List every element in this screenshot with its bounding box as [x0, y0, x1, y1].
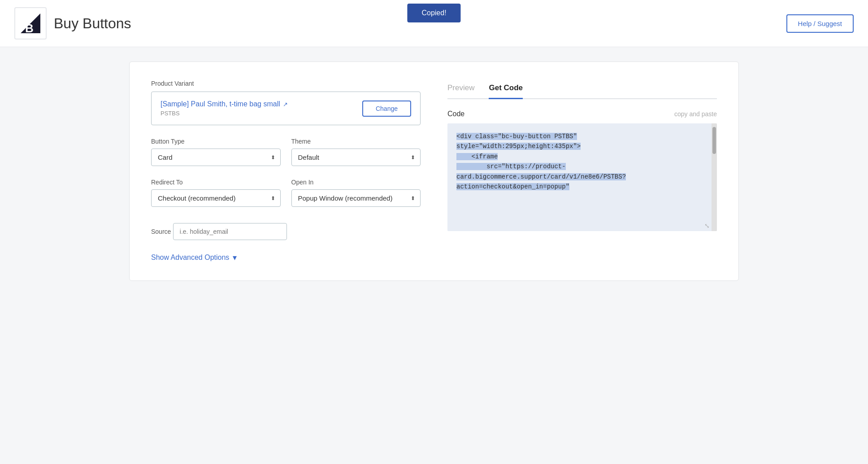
product-variant-label: Product Variant [151, 80, 421, 87]
open-in-group: Open In Popup Window (recommended) Same … [291, 179, 421, 207]
source-section: Source [151, 219, 421, 240]
theme-select[interactable]: Default Light Dark [291, 149, 421, 166]
app-title: Buy Buttons [54, 15, 131, 32]
code-section-header: Code copy and paste [447, 110, 717, 118]
logo-icon: B [19, 12, 42, 35]
button-type-group: Button Type Card Button Link ⬍ [151, 138, 281, 166]
theme-group: Theme Default Light Dark ⬍ [291, 138, 421, 166]
open-in-label: Open In [291, 179, 421, 186]
help-suggest-button[interactable]: Help / Suggest [786, 14, 854, 33]
resize-handle-icon[interactable]: ⤡ [704, 222, 710, 229]
scrollbar-track[interactable] [712, 123, 717, 231]
source-input[interactable] [173, 223, 287, 240]
redirect-to-select-wrapper: Checkout (recommended) Cart Product Page… [151, 189, 281, 207]
header-left: B Buy Buttons [14, 7, 131, 39]
product-sku: PSTBS [161, 110, 288, 117]
button-type-select[interactable]: Card Button Link [151, 149, 281, 166]
two-col-layout: Product Variant [Sample] Paul Smith, t-t… [151, 80, 717, 263]
code-area-container: <div class="bc-buy-button PSTBS" style="… [447, 123, 717, 231]
redirect-to-group: Redirect To Checkout (recommended) Cart … [151, 179, 281, 207]
code-highlighted-text: <div class="bc-buy-button PSTBS" style="… [456, 133, 626, 190]
redirect-to-select[interactable]: Checkout (recommended) Cart Product Page [151, 189, 281, 207]
scrollbar-thumb[interactable] [712, 127, 716, 154]
tab-preview[interactable]: Preview [447, 80, 474, 99]
main-card: Product Variant [Sample] Paul Smith, t-t… [129, 61, 739, 281]
theme-label: Theme [291, 138, 421, 145]
button-type-theme-row: Button Type Card Button Link ⬍ Theme [151, 138, 421, 166]
theme-select-wrapper: Default Light Dark ⬍ [291, 149, 421, 166]
button-type-select-wrapper: Card Button Link ⬍ [151, 149, 281, 166]
chevron-down-icon: ▾ [233, 253, 237, 263]
product-variant-box: [Sample] Paul Smith, t-time bag small ↗ … [151, 92, 421, 125]
open-in-select-wrapper: Popup Window (recommended) Same Tab New … [291, 189, 421, 207]
header: B Buy Buttons Copied! Help / Suggest [0, 0, 868, 47]
copy-paste-label: copy and paste [674, 110, 717, 118]
code-content-area[interactable]: <div class="bc-buy-button PSTBS" style="… [447, 123, 717, 231]
logo-box: B [14, 7, 47, 39]
tabs: Preview Get Code [447, 80, 717, 99]
redirect-open-row: Redirect To Checkout (recommended) Cart … [151, 179, 421, 207]
show-advanced-label: Show Advanced Options [151, 254, 229, 262]
right-panel: Preview Get Code Code copy and paste <di… [447, 80, 717, 263]
tab-get-code[interactable]: Get Code [489, 80, 523, 99]
left-panel: Product Variant [Sample] Paul Smith, t-t… [151, 80, 421, 263]
svg-text:B: B [25, 22, 34, 35]
source-label: Source [151, 228, 171, 235]
external-link-icon[interactable]: ↗ [283, 101, 288, 108]
show-advanced-button[interactable]: Show Advanced Options ▾ [151, 253, 237, 263]
redirect-to-label: Redirect To [151, 179, 281, 186]
copied-toast: Copied! [407, 4, 460, 22]
open-in-select[interactable]: Popup Window (recommended) Same Tab New … [291, 189, 421, 207]
code-label: Code [447, 110, 464, 118]
product-variant-info: [Sample] Paul Smith, t-time bag small ↗ … [161, 100, 288, 117]
change-button[interactable]: Change [362, 101, 411, 117]
button-type-label: Button Type [151, 138, 281, 145]
main-content: Product Variant [Sample] Paul Smith, t-t… [0, 47, 868, 295]
product-name: [Sample] Paul Smith, t-time bag small ↗ [161, 100, 288, 108]
